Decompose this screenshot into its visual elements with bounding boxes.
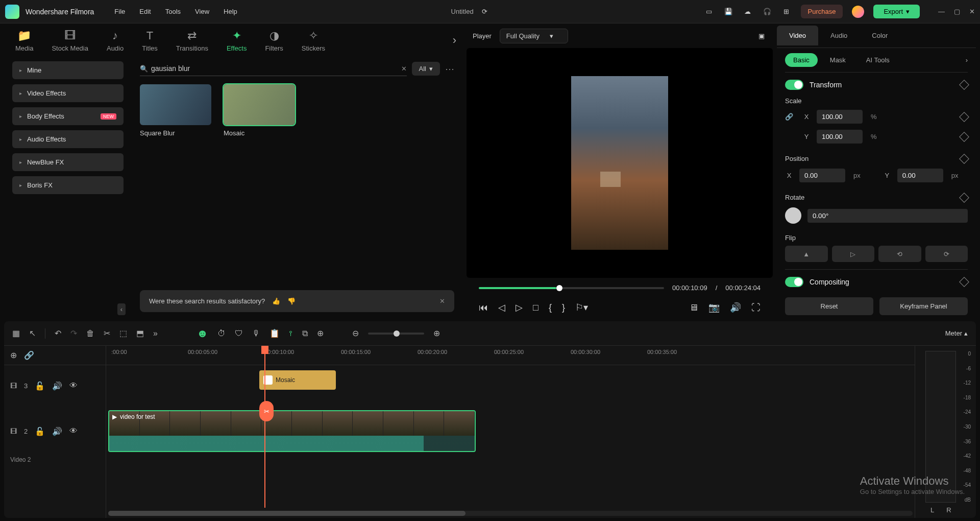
prev-frame-icon[interactable]: ⏮ bbox=[479, 302, 488, 313]
close-feedback-icon[interactable]: ✕ bbox=[439, 297, 445, 305]
menu-file[interactable]: File bbox=[114, 8, 125, 15]
link-icon[interactable]: 🔗 bbox=[785, 113, 793, 121]
track-visibility-icon[interactable]: 👁 bbox=[69, 427, 78, 436]
sidebar-item-body-effects[interactable]: ▸Body EffectsNEW bbox=[12, 107, 124, 125]
subtabs-more-icon[interactable]: › bbox=[966, 56, 968, 64]
tl-ai-icon[interactable]: ☻ bbox=[197, 327, 208, 340]
inspector-tab-audio[interactable]: Audio bbox=[818, 26, 860, 45]
tab-stock-media[interactable]: 🎞Stock Media bbox=[44, 25, 95, 56]
compare-view-icon[interactable]: ▣ bbox=[756, 31, 767, 41]
tl-select-icon[interactable]: ↖ bbox=[29, 328, 36, 338]
clear-search-icon[interactable]: ✕ bbox=[401, 65, 407, 73]
subtab-mask[interactable]: Mask bbox=[822, 53, 854, 67]
player-preview[interactable] bbox=[467, 48, 773, 278]
subtab-ai-tools[interactable]: AI Tools bbox=[858, 53, 898, 67]
tl-add-track-icon[interactable]: ⊕ bbox=[10, 350, 17, 360]
volume-icon[interactable]: 🔊 bbox=[730, 302, 741, 313]
mark-out-icon[interactable]: } bbox=[562, 302, 565, 313]
stop-icon[interactable]: □ bbox=[533, 302, 538, 313]
timeline-playhead[interactable] bbox=[264, 346, 265, 508]
tl-expand-icon[interactable]: ⊕ bbox=[317, 328, 324, 338]
progress-slider[interactable] bbox=[479, 287, 664, 289]
cut-handle[interactable]: ✂ bbox=[259, 401, 274, 421]
tl-group-icon[interactable]: ⬚ bbox=[119, 328, 127, 338]
headphones-icon[interactable]: 🎧 bbox=[762, 7, 772, 17]
rotate-input[interactable] bbox=[807, 209, 968, 223]
sidebar-collapse-button[interactable]: ‹ bbox=[117, 303, 126, 315]
sidebar-item-newblue-fx[interactable]: ▸NewBlue FX bbox=[12, 153, 124, 171]
fullscreen-icon[interactable]: ⛶ bbox=[751, 302, 761, 313]
track-visibility-icon[interactable]: 👁 bbox=[69, 381, 78, 390]
tl-more-tools-icon[interactable]: » bbox=[153, 329, 158, 338]
device-preview-icon[interactable]: 🖥 bbox=[689, 302, 698, 313]
apps-icon[interactable]: ⊞ bbox=[781, 7, 792, 17]
scale-x-keyframe-icon[interactable] bbox=[959, 112, 969, 122]
tl-redo-icon[interactable]: ↷ bbox=[70, 328, 77, 338]
clip-video-main[interactable]: ▶video for test bbox=[108, 410, 476, 452]
tl-snap-icon[interactable]: ⧉ bbox=[302, 329, 308, 338]
filter-dropdown[interactable]: All▾ bbox=[412, 62, 440, 76]
tabs-more-icon[interactable]: › bbox=[453, 34, 456, 47]
tl-crop-icon[interactable]: ⬒ bbox=[136, 328, 144, 338]
tl-speed-icon[interactable]: ⏱ bbox=[217, 329, 226, 338]
tl-cut-icon[interactable]: ✂ bbox=[104, 328, 110, 338]
compositing-toggle[interactable] bbox=[785, 277, 803, 287]
scale-y-keyframe-icon[interactable] bbox=[959, 132, 969, 142]
snapshot-icon[interactable]: 📷 bbox=[708, 302, 720, 313]
compositing-keyframe-icon[interactable] bbox=[959, 277, 969, 287]
effect-square-blur[interactable]: Square Blur bbox=[140, 84, 211, 137]
tab-media[interactable]: 📁Media bbox=[8, 25, 40, 56]
inspector-tab-color[interactable]: Color bbox=[860, 26, 900, 45]
layout-icon[interactable]: ▭ bbox=[704, 7, 714, 17]
sidebar-item-audio-effects[interactable]: ▸Audio Effects bbox=[12, 130, 124, 148]
cloud-icon[interactable]: ☁ bbox=[743, 7, 753, 17]
play-backward-icon[interactable]: ◁ bbox=[498, 302, 505, 313]
track-mute-icon[interactable]: 🔊 bbox=[52, 381, 62, 391]
sidebar-item-mine[interactable]: ▸Mine bbox=[12, 61, 124, 79]
tl-captions-icon[interactable]: 📋 bbox=[270, 328, 280, 338]
tl-undo-icon[interactable]: ↶ bbox=[55, 328, 61, 338]
mosaic-effect-overlay[interactable] bbox=[600, 172, 621, 187]
track-lock-icon[interactable]: 🔓 bbox=[35, 381, 45, 391]
more-options-icon[interactable]: ⋯ bbox=[445, 63, 454, 75]
export-button[interactable]: Export▾ bbox=[873, 5, 920, 18]
keyframe-panel-button[interactable]: Keyframe Panel bbox=[879, 297, 968, 315]
menu-tools[interactable]: Tools bbox=[165, 8, 181, 15]
position-y-input[interactable] bbox=[897, 169, 943, 182]
tab-filters[interactable]: ◑Filters bbox=[258, 25, 290, 56]
tl-zoom-slider[interactable] bbox=[368, 333, 424, 335]
play-icon[interactable]: ▷ bbox=[516, 302, 523, 313]
tab-titles[interactable]: TTitles bbox=[135, 25, 165, 56]
cloud-sync-icon[interactable]: ⟳ bbox=[480, 7, 490, 17]
window-close[interactable]: ✕ bbox=[969, 8, 975, 15]
inspector-tab-video[interactable]: Video bbox=[777, 26, 818, 45]
meter-label[interactable]: Meter ▴ bbox=[945, 329, 968, 337]
tab-stickers[interactable]: ✧Stickers bbox=[295, 25, 332, 56]
tl-grid-icon[interactable]: ▦ bbox=[12, 328, 20, 338]
quality-dropdown[interactable]: Full Quality▾ bbox=[500, 29, 568, 43]
flip-vertical-button[interactable]: ▷ bbox=[832, 246, 875, 262]
tab-effects[interactable]: ✦Effects bbox=[219, 25, 254, 56]
tl-marker-icon[interactable]: ⫯ bbox=[289, 329, 293, 338]
menu-help[interactable]: Help bbox=[224, 8, 237, 15]
track-lock-icon[interactable]: 🔓 bbox=[35, 427, 45, 436]
timeline-scrollbar[interactable] bbox=[108, 511, 913, 516]
search-input[interactable] bbox=[148, 64, 401, 73]
transform-toggle[interactable] bbox=[785, 80, 803, 90]
marker-dropdown-icon[interactable]: ⚐▾ bbox=[575, 302, 588, 313]
tab-audio[interactable]: ♪Audio bbox=[100, 25, 131, 56]
tl-link-icon[interactable]: 🔗 bbox=[24, 350, 34, 360]
effect-mosaic[interactable]: Mosaic bbox=[224, 84, 295, 137]
transform-keyframe-icon[interactable] bbox=[959, 80, 969, 90]
rotate-cw-button[interactable]: ⟳ bbox=[925, 246, 968, 262]
tl-zoom-out-icon[interactable]: ⊖ bbox=[352, 328, 359, 338]
menu-view[interactable]: View bbox=[195, 8, 209, 15]
clip-mosaic-effect[interactable]: Mosaic bbox=[259, 370, 336, 390]
thumbs-down-icon[interactable]: 👎 bbox=[287, 297, 296, 305]
window-maximize[interactable]: ▢ bbox=[954, 8, 960, 15]
timeline-ruler[interactable]: :00:00 00:00:05:00 00:00:10:00 00:00:15:… bbox=[106, 346, 915, 365]
rotate-keyframe-icon[interactable] bbox=[959, 193, 969, 203]
scale-x-input[interactable] bbox=[817, 110, 863, 124]
tab-transitions[interactable]: ⇄Transitions bbox=[169, 25, 215, 56]
mark-in-icon[interactable]: { bbox=[549, 302, 552, 313]
